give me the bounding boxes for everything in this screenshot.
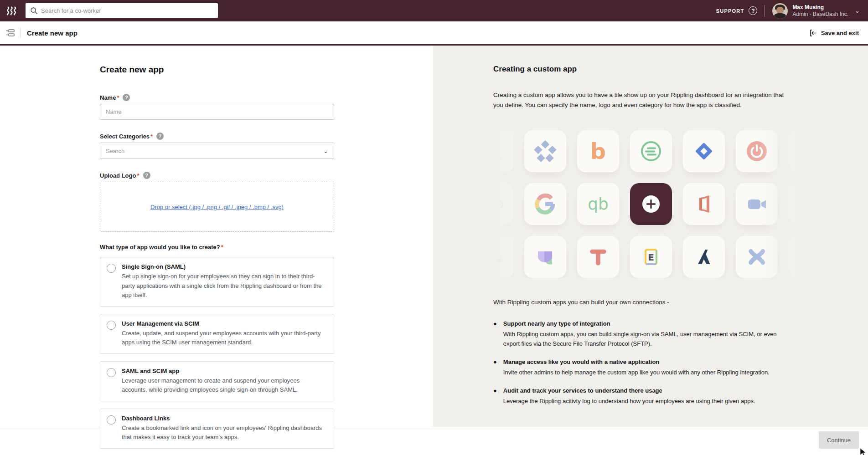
app-tile: b: [577, 130, 619, 172]
option-title: Single Sign-on (SAML): [122, 263, 326, 270]
salesforce-partial-icon: sa: [797, 191, 809, 217]
radio-button[interactable]: [107, 415, 116, 424]
info-intro: Creating a custom app allows you to have…: [493, 90, 794, 110]
steps-icon[interactable]: [5, 28, 16, 37]
office-icon: [691, 191, 717, 217]
connections-line: With Rippling custom apps you can build …: [493, 299, 794, 306]
bullet-title: Support nearly any type of integration: [503, 319, 794, 328]
app-tile: sa: [789, 183, 809, 225]
divider: [765, 5, 765, 17]
form-heading: Create new app: [100, 65, 334, 75]
chevron-down-icon[interactable]: ⌄: [855, 7, 860, 14]
app-tile: [524, 183, 566, 225]
top-navigation-bar: SUPPORT ? Max Musing Admin · BaseDash In…: [0, 0, 868, 21]
help-icon[interactable]: ?: [143, 172, 150, 179]
info-bullet: ●Support nearly any type of integrationW…: [493, 319, 794, 348]
app-tile: qb: [577, 183, 619, 225]
app-tile: ro: [493, 183, 513, 225]
user-role: Admin · BaseDash Inc.: [792, 11, 848, 18]
continue-button[interactable]: Continue: [819, 431, 859, 449]
bullet-description: Invite other admins to help manage the c…: [503, 368, 770, 377]
help-icon[interactable]: ?: [123, 94, 130, 101]
avatar-shirt: [774, 13, 786, 19]
help-icon[interactable]: ?: [156, 133, 164, 140]
svg-text:E: E: [648, 252, 654, 263]
app-tile: 1: [493, 130, 513, 172]
app-tile: [630, 130, 672, 172]
app-tile: [630, 183, 672, 225]
app-type-question-label: What type of app would you like to creat…: [100, 244, 220, 251]
bullet-description: Leverage the Rippling acitivty log to un…: [503, 396, 755, 406]
divider: [20, 28, 21, 38]
custom-app-plus-icon: [638, 191, 664, 217]
svg-text:1: 1: [493, 139, 498, 161]
search-input[interactable]: [26, 3, 218, 18]
user-menu[interactable]: Max Musing Admin · BaseDash Inc.: [792, 4, 848, 18]
chevron-down-icon: ⌄: [323, 148, 328, 154]
info-bullet: ●Manage access like you would with a nat…: [493, 358, 794, 377]
radio-button[interactable]: [107, 368, 116, 377]
save-and-exit-button[interactable]: Save and exit: [809, 29, 859, 37]
bullet-dot: ●: [493, 358, 497, 377]
evernote-e-icon: E: [638, 244, 664, 270]
circle-lines-icon: [638, 138, 664, 164]
svg-text:qb: qb: [588, 194, 609, 213]
page-header: Create new app Save and exit: [0, 21, 868, 46]
app-tile: [524, 236, 566, 278]
logo-dropzone[interactable]: Drop or select (.jpg / .png / .gif / .jp…: [100, 182, 334, 232]
required-asterisk: *: [137, 172, 139, 179]
coworker-search: [26, 3, 218, 18]
app-type-option-card[interactable]: SAML and SCIM appLeverage user managemen…: [100, 361, 334, 401]
categories-select[interactable]: Search ⌄: [100, 143, 334, 159]
name-input[interactable]: [100, 104, 334, 120]
custom-app-info-panel: Creating a custom app Creating a custom …: [433, 46, 868, 427]
create-app-form-panel: Create new app Name * ? Select Categorie…: [0, 46, 433, 427]
save-and-exit-label: Save and exit: [821, 30, 859, 36]
quickbooks-qb-icon: qb: [585, 191, 611, 217]
jira-diamond-icon: [691, 138, 717, 164]
app-type-option-card[interactable]: User Management via SCIMCreate, update, …: [100, 314, 334, 354]
app-logos-illustration: 1broqbsaE: [493, 130, 809, 278]
app-type-option-card[interactable]: Single Sign-on (SAML)Set up single sign-…: [100, 257, 334, 307]
radio-button[interactable]: [107, 321, 116, 330]
exit-icon: [809, 29, 817, 37]
info-bullets: ●Support nearly any type of integrationW…: [493, 319, 794, 406]
user-name: Max Musing: [792, 4, 848, 11]
app-tile: [524, 130, 566, 172]
letter-one-icon: 1: [493, 138, 505, 164]
leaf-shapes-icon: [532, 244, 558, 270]
svg-text:ro: ro: [493, 198, 494, 211]
google-g-icon: [532, 191, 558, 217]
help-icon[interactable]: ?: [749, 6, 757, 15]
logo-field-label: Upload Logo: [100, 172, 136, 179]
option-title: Dashboard Links: [122, 415, 326, 422]
letter-t-icon: [585, 244, 611, 270]
name-field-label: Name: [100, 94, 116, 101]
option-description: Set up single sign-on for your employees…: [122, 272, 326, 300]
page-title: Create new app: [27, 29, 78, 37]
categories-field-label: Select Categories: [100, 133, 150, 140]
video-camera-icon: [744, 191, 770, 217]
confluence-x-icon: [744, 244, 770, 270]
app-type-option-card[interactable]: Dashboard LinksCreate a bookmarked link …: [100, 409, 334, 449]
rippling-logo-icon[interactable]: [6, 5, 18, 17]
dropbox-diamonds-icon: [797, 138, 809, 164]
svg-text:sa: sa: [801, 197, 809, 211]
logo-upload-link[interactable]: Drop or select (.jpg / .png / .gif / .jp…: [150, 204, 284, 210]
app-tile: [789, 236, 809, 278]
option-title: User Management via SCIM: [122, 320, 326, 327]
support-link[interactable]: SUPPORT: [716, 8, 744, 14]
bullet-title: Manage access like you would with a nati…: [503, 358, 770, 367]
app-tile: [736, 236, 778, 278]
pink-dots-icon: [797, 244, 809, 270]
bullet-dot: ●: [493, 386, 497, 406]
info-bullet: ●Audit and track your services to unders…: [493, 386, 794, 406]
letter-b-icon: b: [585, 138, 611, 164]
avatar[interactable]: [772, 3, 788, 19]
required-asterisk: *: [117, 94, 119, 101]
cloud-icon: [493, 244, 505, 270]
app-tile: [789, 130, 809, 172]
pentagon-diamonds-icon: [532, 138, 558, 164]
radio-button[interactable]: [107, 264, 116, 273]
option-description: Create, update, and suspend your employe…: [122, 329, 326, 348]
